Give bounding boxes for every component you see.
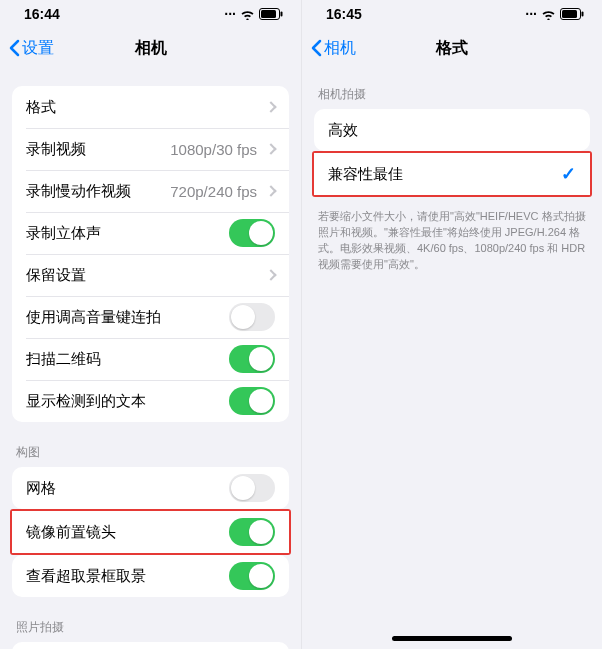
row-high-efficiency[interactable]: 高效 [314, 109, 590, 151]
content-scroll[interactable]: 格式 录制视频 1080p/30 fps 录制慢动作视频 720p/240 fp… [0, 68, 301, 649]
row-grid: 网格 [12, 467, 289, 509]
nav-bar: 相机 格式 [302, 28, 602, 68]
section-header-camera-capture: 相机拍摄 [302, 86, 602, 109]
phone-camera-settings: 16:44 ··· 设置 相机 格式 录制视频 1080p/30 fps 录制慢 [0, 0, 301, 649]
row-label: 高效 [328, 121, 576, 140]
switch-mirror-front[interactable] [229, 518, 275, 546]
row-label: 格式 [26, 98, 263, 117]
status-icons: ··· [224, 6, 283, 22]
status-time: 16:45 [326, 6, 362, 22]
chevron-right-icon [265, 101, 276, 112]
back-button[interactable]: 相机 [310, 38, 356, 59]
row-photographic-styles[interactable]: 摄影风格 [12, 642, 289, 649]
row-preserve-settings[interactable]: 保留设置 [12, 254, 289, 296]
row-record-video[interactable]: 录制视频 1080p/30 fps [12, 128, 289, 170]
chevron-right-icon [265, 269, 276, 280]
status-time: 16:44 [24, 6, 60, 22]
settings-group-main: 格式 录制视频 1080p/30 fps 录制慢动作视频 720p/240 fp… [12, 86, 289, 422]
checkmark-icon: ✓ [561, 163, 576, 185]
row-label: 扫描二维码 [26, 350, 229, 369]
row-most-compatible[interactable]: 兼容性最佳 ✓ [314, 153, 590, 195]
row-stereo-sound: 录制立体声 [12, 212, 289, 254]
highlight-inner: 镜像前置镜头 [12, 511, 289, 553]
switch-stereo-sound[interactable] [229, 219, 275, 247]
wifi-icon [541, 9, 556, 20]
chevron-right-icon [265, 185, 276, 196]
switch-scan-qr[interactable] [229, 345, 275, 373]
switch-detected-text[interactable] [229, 387, 275, 415]
section-footer-formats: 若要缩小文件大小，请使用"高效"HEIF/HEVC 格式拍摄照片和视频。"兼容性… [302, 203, 602, 273]
row-label: 镜像前置镜头 [26, 523, 229, 542]
switch-view-outside-frame[interactable] [229, 562, 275, 590]
svg-rect-1 [261, 10, 276, 18]
ellipsis-icon: ··· [525, 6, 537, 22]
row-label: 录制立体声 [26, 224, 229, 243]
settings-group-formats: 高效 [314, 109, 590, 151]
status-icons: ··· [525, 6, 584, 22]
battery-icon [560, 8, 584, 20]
svg-rect-4 [562, 10, 577, 18]
row-label: 网格 [26, 479, 229, 498]
row-volume-burst: 使用调高音量键连拍 [12, 296, 289, 338]
row-label: 录制慢动作视频 [26, 182, 170, 201]
svg-rect-5 [582, 12, 584, 17]
row-detail: 720p/240 fps [170, 183, 257, 200]
ellipsis-icon: ··· [224, 6, 236, 22]
highlight-mirror-front: 镜像前置镜头 [10, 509, 291, 555]
row-scan-qr: 扫描二维码 [12, 338, 289, 380]
svg-rect-2 [281, 12, 283, 17]
back-label: 相机 [324, 38, 356, 59]
chevron-left-icon [310, 39, 322, 57]
row-label: 显示检测到的文本 [26, 392, 229, 411]
status-bar: 16:45 ··· [302, 0, 602, 28]
settings-group-photo-capture: 摄影风格 [12, 642, 289, 649]
row-record-slomo[interactable]: 录制慢动作视频 720p/240 fps [12, 170, 289, 212]
row-label: 录制视频 [26, 140, 170, 159]
row-view-outside-frame: 查看超取景框取景 [12, 555, 289, 597]
wifi-icon [240, 9, 255, 20]
phone-formats-settings: 16:45 ··· 相机 格式 相机拍摄 高效 兼容性最佳 ✓ [301, 0, 602, 649]
back-button[interactable]: 设置 [8, 38, 54, 59]
back-label: 设置 [22, 38, 54, 59]
settings-group-composition: 网格 [12, 467, 289, 509]
settings-group-composition-2: 查看超取景框取景 [12, 555, 289, 597]
switch-grid[interactable] [229, 474, 275, 502]
row-label: 保留设置 [26, 266, 263, 285]
section-header-composition: 构图 [0, 444, 301, 467]
nav-bar: 设置 相机 [0, 28, 301, 68]
row-label: 使用调高音量键连拍 [26, 308, 229, 327]
status-bar: 16:44 ··· [0, 0, 301, 28]
content-scroll[interactable]: 相机拍摄 高效 兼容性最佳 ✓ 若要缩小文件大小，请使用"高效"HEIF/HEV… [302, 68, 602, 649]
chevron-left-icon [8, 39, 20, 57]
row-mirror-front: 镜像前置镜头 [12, 511, 289, 553]
highlight-most-compatible: 兼容性最佳 ✓ [312, 151, 592, 197]
row-label: 查看超取景框取景 [26, 567, 229, 586]
switch-volume-burst[interactable] [229, 303, 275, 331]
row-detected-text: 显示检测到的文本 [12, 380, 289, 422]
home-indicator[interactable] [392, 636, 512, 641]
section-header-photo-capture: 照片拍摄 [0, 619, 301, 642]
row-formats[interactable]: 格式 [12, 86, 289, 128]
chevron-right-icon [265, 143, 276, 154]
row-label: 兼容性最佳 [328, 165, 561, 184]
battery-icon [259, 8, 283, 20]
row-detail: 1080p/30 fps [170, 141, 257, 158]
highlight-inner: 兼容性最佳 ✓ [314, 153, 590, 195]
